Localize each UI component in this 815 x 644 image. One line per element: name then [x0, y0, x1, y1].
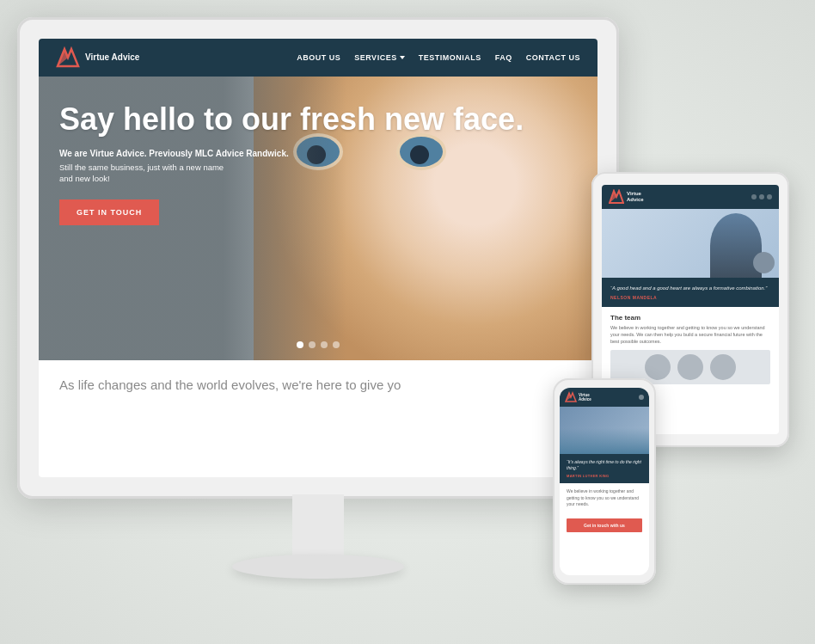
site-logo: Virtue Advice: [56, 46, 139, 70]
phone-navbar: VirtueAdvice: [560, 388, 649, 407]
nav-services[interactable]: SERVICES: [354, 53, 404, 62]
phone-device: VirtueAdvice “It’s always the right time…: [553, 378, 656, 585]
phone-logo-icon: [565, 391, 577, 403]
dot-2[interactable]: [309, 341, 316, 348]
team-person-1: [645, 354, 671, 380]
hero-description: Still the same business, just with a new…: [59, 162, 231, 185]
chevron-down-icon: [400, 56, 405, 59]
tablet-nav-dot-1: [751, 194, 757, 199]
team-person-3: [710, 354, 736, 380]
tablet-navbar: VirtueAdvice: [602, 185, 779, 209]
phone-content-text: We believe in working together and getti…: [567, 488, 642, 508]
phone-logo-text: VirtueAdvice: [579, 393, 591, 402]
hero-title: Say hello to our fresh new face.: [59, 102, 577, 137]
phone-hero-waves: [560, 428, 649, 454]
site-navbar: Virtue Advice ABOUT US SERVICES TESTIMON…: [39, 39, 597, 77]
monitor-stand-base: [232, 555, 404, 579]
hero-section: Say hello to our fresh new face. We are …: [39, 77, 597, 360]
hero-content: Say hello to our fresh new face. We are …: [39, 77, 597, 251]
phone-content: We believe in working together and getti…: [560, 483, 649, 513]
logo-icon: [56, 46, 80, 70]
nav-about[interactable]: ABOUT US: [297, 53, 340, 62]
hero-subtitle: We are Virtue Advice. Previously MLC Adv…: [59, 149, 577, 158]
tablet-team-title: The team: [610, 314, 770, 322]
tablet-logo: VirtueAdvice: [609, 189, 644, 205]
monitor-stand-neck: [292, 494, 344, 563]
phone-hero-image: [560, 407, 649, 454]
dot-3[interactable]: [321, 341, 328, 348]
tablet-team-text: We believe in working together and getti…: [610, 325, 770, 345]
phone-cta-button[interactable]: Get in touch with us: [567, 518, 642, 532]
phone-bezel: VirtueAdvice “It’s always the right time…: [553, 378, 656, 585]
monitor-bezel: Virtue Advice ABOUT US SERVICES TESTIMON…: [17, 17, 619, 499]
desktop-monitor: Virtue Advice ABOUT US SERVICES TESTIMON…: [17, 17, 619, 619]
logo-text: Virtue Advice: [85, 52, 139, 63]
scene: Virtue Advice ABOUT US SERVICES TESTIMON…: [0, 0, 815, 644]
hero-dots: [297, 341, 340, 348]
tablet-quote-text: “A good head and a good heart are always…: [610, 285, 770, 291]
tablet-quote-section: “A good head and a good heart are always…: [602, 278, 779, 307]
tablet-nav-dot-2: [759, 194, 764, 199]
tablet-logo-text: VirtueAdvice: [627, 191, 644, 203]
phone-quote-author: MARTIN LUTHER KING: [567, 474, 642, 478]
nav-links: ABOUT US SERVICES TESTIMONIALS FAQ CONTA…: [297, 53, 580, 62]
dot-4[interactable]: [333, 341, 340, 348]
nav-contact[interactable]: CONTACT US: [526, 53, 580, 62]
get-in-touch-button[interactable]: GET IN TOUCH: [59, 199, 159, 225]
sub-tagline: As life changes and the world evolves, w…: [59, 377, 577, 392]
phone-quote-section: “It’s always the right time to do the ri…: [560, 454, 649, 483]
phone-quote-text: “It’s always the right time to do the ri…: [567, 459, 642, 471]
tablet-nav-dot-3: [767, 194, 772, 199]
tablet-quote-author: NELSON MANDELA: [610, 295, 770, 300]
tablet-nav-dots: [751, 194, 772, 199]
phone-menu-icon[interactable]: [639, 395, 644, 400]
nav-testimonials[interactable]: TESTIMONIALS: [419, 53, 481, 62]
phone-logo: VirtueAdvice: [565, 391, 591, 403]
phone-screen: VirtueAdvice “It’s always the right time…: [560, 388, 649, 575]
nav-faq[interactable]: FAQ: [495, 53, 512, 62]
monitor-screen: Virtue Advice ABOUT US SERVICES TESTIMON…: [39, 39, 597, 477]
tablet-hero-image: [602, 209, 779, 278]
sub-section: As life changes and the world evolves, w…: [39, 360, 597, 472]
team-person-2: [677, 354, 703, 380]
tablet-logo-icon: [609, 189, 624, 205]
dot-1[interactable]: [297, 341, 303, 348]
